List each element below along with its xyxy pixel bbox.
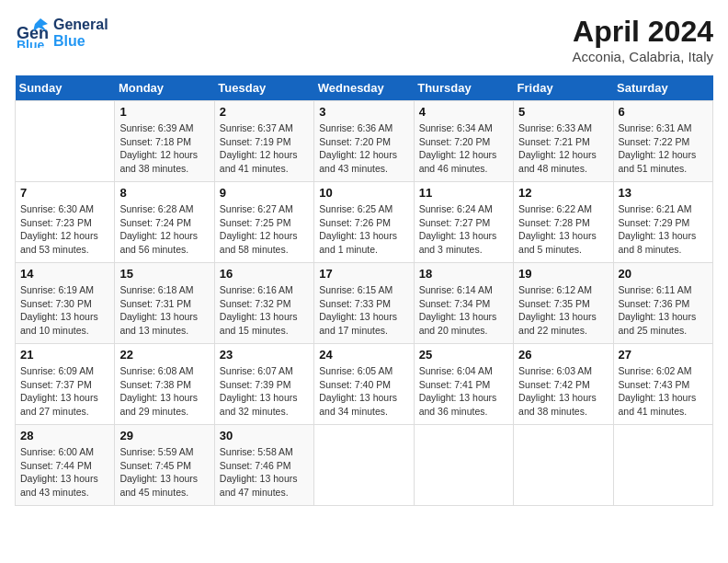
header: General Blue General Blue April 2024 Acc… bbox=[15, 15, 713, 64]
day-number: 26 bbox=[518, 348, 608, 362]
day-info: Sunrise: 6:24 AM Sunset: 7:27 PM Dayligh… bbox=[419, 202, 508, 257]
day-number: 16 bbox=[220, 267, 309, 281]
day-number: 28 bbox=[20, 429, 109, 442]
calendar-cell: 26Sunrise: 6:03 AM Sunset: 7:42 PM Dayli… bbox=[514, 344, 613, 425]
day-info: Sunrise: 6:31 AM Sunset: 7:22 PM Dayligh… bbox=[619, 121, 708, 176]
calendar-cell: 18Sunrise: 6:14 AM Sunset: 7:34 PM Dayli… bbox=[414, 263, 513, 344]
day-info: Sunrise: 6:09 AM Sunset: 7:37 PM Dayligh… bbox=[20, 364, 109, 419]
svg-text:Blue: Blue bbox=[17, 38, 45, 48]
day-info: Sunrise: 6:37 AM Sunset: 7:19 PM Dayligh… bbox=[220, 121, 309, 176]
day-info: Sunrise: 6:30 AM Sunset: 7:23 PM Dayligh… bbox=[20, 202, 109, 257]
day-number: 20 bbox=[619, 267, 708, 281]
calendar-cell bbox=[613, 425, 712, 506]
calendar-cell: 30Sunrise: 5:58 AM Sunset: 7:46 PM Dayli… bbox=[214, 425, 313, 506]
calendar-title: April 2024 bbox=[573, 15, 713, 49]
day-info: Sunrise: 6:28 AM Sunset: 7:24 PM Dayligh… bbox=[119, 202, 209, 257]
day-info: Sunrise: 6:04 AM Sunset: 7:41 PM Dayligh… bbox=[419, 364, 508, 419]
day-number: 3 bbox=[319, 105, 408, 119]
day-info: Sunrise: 6:21 AM Sunset: 7:29 PM Dayligh… bbox=[619, 202, 708, 257]
day-info: Sunrise: 5:58 AM Sunset: 7:46 PM Dayligh… bbox=[220, 445, 309, 500]
logo-line2: Blue bbox=[53, 33, 85, 50]
calendar-week-1: 1Sunrise: 6:39 AM Sunset: 7:18 PM Daylig… bbox=[16, 101, 713, 182]
calendar-cell: 25Sunrise: 6:04 AM Sunset: 7:41 PM Dayli… bbox=[414, 344, 513, 425]
calendar-cell: 6Sunrise: 6:31 AM Sunset: 7:22 PM Daylig… bbox=[613, 101, 712, 182]
calendar-cell: 1Sunrise: 6:39 AM Sunset: 7:18 PM Daylig… bbox=[115, 101, 214, 182]
calendar-cell: 20Sunrise: 6:11 AM Sunset: 7:36 PM Dayli… bbox=[613, 263, 712, 344]
calendar-week-4: 21Sunrise: 6:09 AM Sunset: 7:37 PM Dayli… bbox=[16, 344, 713, 425]
day-number: 15 bbox=[119, 267, 209, 281]
calendar-subtitle: Acconia, Calabria, Italy bbox=[573, 49, 713, 64]
day-number: 13 bbox=[619, 186, 708, 200]
calendar-cell: 28Sunrise: 6:00 AM Sunset: 7:44 PM Dayli… bbox=[16, 425, 115, 506]
header-sunday: Sunday bbox=[16, 75, 115, 101]
day-number: 22 bbox=[119, 348, 209, 362]
header-wednesday: Wednesday bbox=[314, 75, 414, 101]
day-number: 2 bbox=[220, 105, 309, 119]
logo-line1: General bbox=[53, 17, 108, 33]
day-number: 10 bbox=[319, 186, 408, 200]
header-tuesday: Tuesday bbox=[214, 75, 313, 101]
day-info: Sunrise: 6:33 AM Sunset: 7:21 PM Dayligh… bbox=[518, 121, 608, 176]
header-saturday: Saturday bbox=[613, 75, 712, 101]
day-info: Sunrise: 6:02 AM Sunset: 7:43 PM Dayligh… bbox=[619, 364, 708, 419]
day-info: Sunrise: 6:14 AM Sunset: 7:34 PM Dayligh… bbox=[419, 283, 508, 338]
day-info: Sunrise: 6:18 AM Sunset: 7:31 PM Dayligh… bbox=[119, 283, 209, 338]
calendar-cell: 9Sunrise: 6:27 AM Sunset: 7:25 PM Daylig… bbox=[214, 182, 313, 263]
day-number: 19 bbox=[518, 267, 608, 281]
calendar-cell bbox=[514, 425, 613, 506]
day-number: 4 bbox=[419, 105, 508, 119]
day-info: Sunrise: 6:22 AM Sunset: 7:28 PM Dayligh… bbox=[518, 202, 608, 257]
day-number: 23 bbox=[220, 348, 309, 362]
day-number: 24 bbox=[319, 348, 408, 362]
calendar-cell: 17Sunrise: 6:15 AM Sunset: 7:33 PM Dayli… bbox=[314, 263, 414, 344]
day-number: 21 bbox=[20, 348, 109, 362]
logo-icon: General Blue bbox=[15, 15, 48, 48]
day-info: Sunrise: 6:03 AM Sunset: 7:42 PM Dayligh… bbox=[518, 364, 608, 419]
calendar-week-2: 7Sunrise: 6:30 AM Sunset: 7:23 PM Daylig… bbox=[16, 182, 713, 263]
day-number: 14 bbox=[20, 267, 109, 281]
calendar-cell: 2Sunrise: 6:37 AM Sunset: 7:19 PM Daylig… bbox=[214, 101, 313, 182]
calendar-header-row: SundayMondayTuesdayWednesdayThursdayFrid… bbox=[16, 75, 713, 101]
day-number: 27 bbox=[619, 348, 708, 362]
calendar-week-5: 28Sunrise: 6:00 AM Sunset: 7:44 PM Dayli… bbox=[16, 425, 713, 506]
day-info: Sunrise: 6:27 AM Sunset: 7:25 PM Dayligh… bbox=[220, 202, 309, 257]
calendar-cell: 5Sunrise: 6:33 AM Sunset: 7:21 PM Daylig… bbox=[514, 101, 613, 182]
day-number: 6 bbox=[619, 105, 708, 119]
day-info: Sunrise: 6:00 AM Sunset: 7:44 PM Dayligh… bbox=[20, 445, 109, 500]
day-info: Sunrise: 6:34 AM Sunset: 7:20 PM Dayligh… bbox=[419, 121, 508, 176]
calendar-cell: 3Sunrise: 6:36 AM Sunset: 7:20 PM Daylig… bbox=[314, 101, 414, 182]
calendar-cell: 21Sunrise: 6:09 AM Sunset: 7:37 PM Dayli… bbox=[16, 344, 115, 425]
day-info: Sunrise: 6:19 AM Sunset: 7:30 PM Dayligh… bbox=[20, 283, 109, 338]
day-number: 11 bbox=[419, 186, 508, 200]
calendar-cell: 12Sunrise: 6:22 AM Sunset: 7:28 PM Dayli… bbox=[514, 182, 613, 263]
calendar-cell: 19Sunrise: 6:12 AM Sunset: 7:35 PM Dayli… bbox=[514, 263, 613, 344]
day-info: Sunrise: 6:11 AM Sunset: 7:36 PM Dayligh… bbox=[619, 283, 708, 338]
calendar-cell: 4Sunrise: 6:34 AM Sunset: 7:20 PM Daylig… bbox=[414, 101, 513, 182]
calendar-cell bbox=[414, 425, 513, 506]
calendar-cell: 11Sunrise: 6:24 AM Sunset: 7:27 PM Dayli… bbox=[414, 182, 513, 263]
day-info: Sunrise: 6:08 AM Sunset: 7:38 PM Dayligh… bbox=[119, 364, 209, 419]
day-info: Sunrise: 6:05 AM Sunset: 7:40 PM Dayligh… bbox=[319, 364, 408, 419]
calendar-cell: 14Sunrise: 6:19 AM Sunset: 7:30 PM Dayli… bbox=[16, 263, 115, 344]
day-number: 29 bbox=[119, 429, 209, 442]
day-info: Sunrise: 6:36 AM Sunset: 7:20 PM Dayligh… bbox=[319, 121, 408, 176]
day-info: Sunrise: 5:59 AM Sunset: 7:45 PM Dayligh… bbox=[119, 445, 209, 500]
calendar-cell: 10Sunrise: 6:25 AM Sunset: 7:26 PM Dayli… bbox=[314, 182, 414, 263]
logo: General Blue General Blue bbox=[15, 15, 108, 52]
calendar-cell: 29Sunrise: 5:59 AM Sunset: 7:45 PM Dayli… bbox=[115, 425, 214, 506]
calendar-cell bbox=[16, 101, 115, 182]
day-info: Sunrise: 6:12 AM Sunset: 7:35 PM Dayligh… bbox=[518, 283, 608, 338]
calendar-cell: 23Sunrise: 6:07 AM Sunset: 7:39 PM Dayli… bbox=[214, 344, 313, 425]
calendar-week-3: 14Sunrise: 6:19 AM Sunset: 7:30 PM Dayli… bbox=[16, 263, 713, 344]
day-number: 12 bbox=[518, 186, 608, 200]
title-area: April 2024 Acconia, Calabria, Italy bbox=[573, 15, 713, 64]
calendar-cell: 22Sunrise: 6:08 AM Sunset: 7:38 PM Dayli… bbox=[115, 344, 214, 425]
calendar-cell: 13Sunrise: 6:21 AM Sunset: 7:29 PM Dayli… bbox=[613, 182, 712, 263]
day-info: Sunrise: 6:39 AM Sunset: 7:18 PM Dayligh… bbox=[119, 121, 209, 176]
calendar-cell: 24Sunrise: 6:05 AM Sunset: 7:40 PM Dayli… bbox=[314, 344, 414, 425]
day-info: Sunrise: 6:25 AM Sunset: 7:26 PM Dayligh… bbox=[319, 202, 408, 257]
day-number: 8 bbox=[119, 186, 209, 200]
header-friday: Friday bbox=[514, 75, 613, 101]
day-number: 7 bbox=[20, 186, 109, 200]
calendar-cell: 27Sunrise: 6:02 AM Sunset: 7:43 PM Dayli… bbox=[613, 344, 712, 425]
